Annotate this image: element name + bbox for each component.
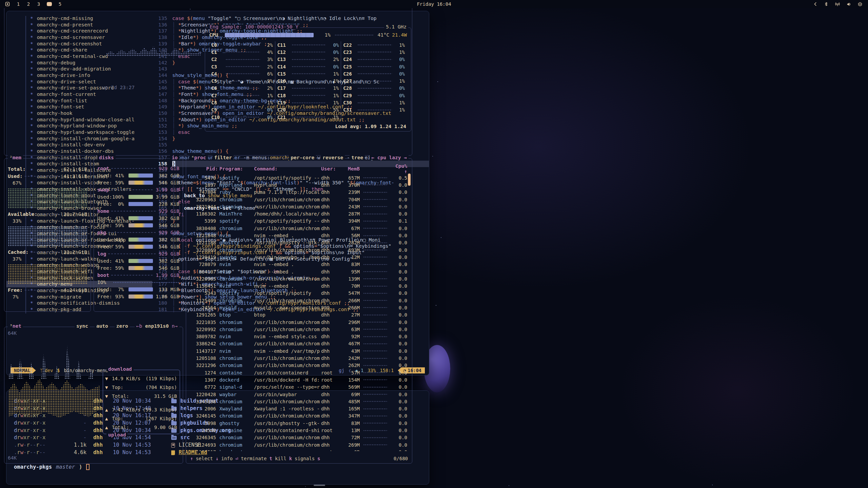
bluetooth-icon[interactable] [824, 2, 829, 6]
process-mem-graph [363, 278, 388, 280]
process-row[interactable]: 3220992chromium/usr/lib/chromium/chromdh… [188, 326, 407, 333]
process-row[interactable]: 3246145chromium/usr/lib/chromium/chromdh… [188, 412, 407, 420]
net-interface-switcher[interactable]: ←b enp191s0 n→ [135, 324, 179, 328]
process-cpu: 0.0 [391, 449, 407, 451]
process-row[interactable]: 6772signal-d/proc/self/exe --type=rdhh56… [188, 384, 407, 391]
process-memory: 569M [339, 384, 360, 390]
disk-stat-row: Used:100%3.99 GiB [97, 193, 179, 200]
process-row[interactable]: 5470spotify/opt/spotify/spotify --dhh657… [188, 174, 407, 181]
io-toggle[interactable]: io [170, 155, 179, 160]
process-row[interactable]: 5343spotify/opt/spotify/spotifydhh547M0.… [188, 290, 407, 297]
footer-key[interactable]: ↓ [216, 456, 218, 461]
core-percent: 1% [394, 42, 405, 48]
proc-reverse-toggle[interactable]: reverse [321, 155, 345, 160]
process-row[interactable]: 3220965chromium/usr/lib/chromium/chromdh… [188, 275, 407, 282]
process-row[interactable]: 1156451nvimnvim --embed .dhh70M0.0 [188, 282, 407, 289]
process-user: dhh [321, 189, 339, 195]
footer-key[interactable]: ↑ [190, 456, 193, 461]
process-row[interactable]: 2006XwaylandXwayland :1 -rootless -dhh16… [188, 405, 407, 412]
process-memory: 57M [339, 370, 360, 375]
core-name: C14 [277, 64, 290, 69]
disk-usage-bar [129, 294, 153, 299]
process-user: dhh [321, 435, 339, 440]
tab-net[interactable]: ³net [8, 324, 23, 328]
net-auto-toggle[interactable]: auto [95, 324, 110, 328]
footer-action[interactable]: terminate [241, 456, 267, 461]
footer-key[interactable]: t [269, 456, 272, 461]
clock[interactable]: Friday 16:04 [0, 1, 868, 7]
process-row[interactable]: 1124693chromium/usr/lib/chromium/chromdh… [188, 441, 407, 448]
tab-proc[interactable]: ⁴proc [190, 155, 208, 160]
mem-stat-row: Total:62.1 GiB [8, 165, 87, 172]
footer-key[interactable]: ⏎ [235, 456, 238, 461]
footer-key[interactable]: s [317, 456, 320, 461]
process-row[interactable]: 3220869chromium/usr/lib/chromium/chromdh… [188, 246, 407, 253]
process-row[interactable]: 3220963chromium/usr/lib/chromium/chromdh… [188, 196, 407, 203]
disk-stat-row: Free: 0%228 KiB [97, 200, 179, 207]
process-row[interactable]: 3221035chromium/usr/lib/chromium/chromdh… [188, 319, 407, 326]
process-row[interactable]: 1220428waybar/usr/bin/waybardhh69M0.0 [188, 391, 407, 398]
process-row[interactable]: 5399spotify/opt/spotify/spotify --dhh394… [188, 218, 407, 225]
footer-action[interactable]: select [196, 456, 213, 461]
process-row[interactable]: 1897HyprlandHyprlanddhh370M0.0 [188, 181, 407, 188]
footer-action[interactable]: kill [275, 456, 287, 461]
process-mem-graph [363, 321, 388, 323]
process-row[interactable]: 864107nvimnvim --embed .dhh95M0.0 [188, 268, 407, 275]
process-row[interactable]: 1307dockerd/usr/bin/dockerd -H fd:root15… [188, 376, 407, 383]
process-pid: 24564 [190, 305, 218, 310]
process-row[interactable]: 24540containe/usr/bin/containerd-shiroot… [188, 427, 407, 434]
process-row[interactable]: 1175517kworker/root0B0.0 [188, 448, 407, 451]
process-row[interactable]: 1221188ghostty/usr/bin/ghostty --gtk-dhh… [188, 239, 407, 246]
disk-usage-bar [129, 202, 153, 206]
process-row[interactable]: 3245898chromium/usr/lib/chromium/chromdh… [188, 398, 407, 405]
process-cpu: 0.0 [391, 334, 407, 339]
process-row[interactable]: 1205108chromium/usr/lib/chromium/chromdh… [188, 354, 407, 362]
footer-key[interactable]: k [289, 456, 292, 461]
core-graph [357, 66, 392, 67]
footer-action[interactable]: info [221, 456, 233, 461]
net-zero-toggle[interactable]: zero [115, 324, 130, 328]
core-name: C23 [343, 49, 355, 55]
process-row[interactable]: 3809782nvimnvim --embed style.cssdhh92M0… [188, 333, 407, 340]
process-mem-graph [363, 242, 388, 244]
tab-mem[interactable]: ²mem [8, 155, 23, 160]
core-graph [225, 51, 260, 53]
proc-percore-toggle[interactable]: per-core [289, 155, 316, 160]
process-pid: 3221044 [190, 204, 218, 209]
process-scrollbar-thumb[interactable] [408, 174, 411, 186]
process-row[interactable]: 1274containe/usr/bin/containerdroot57M0.… [188, 369, 407, 376]
net-sync-toggle[interactable]: sync [75, 324, 90, 328]
process-row[interactable]: 24564mysqldmysqld --max-connection999266… [188, 304, 407, 311]
disk-io-graph [113, 282, 179, 283]
process-row[interactable]: 728079nvimnvim --embed .dhh83M0.0 [188, 261, 407, 268]
process-row[interactable]: 1143717nvimnvim --embed /var/tmp/pdhh43M… [188, 347, 407, 354]
volume-icon[interactable] [846, 2, 851, 7]
proc-tree-toggle[interactable]: tree [350, 155, 365, 160]
process-row[interactable]: 1125409chromium/usr/lib/chromium/chromdh… [188, 297, 407, 304]
chevron-left-icon[interactable] [813, 2, 818, 6]
network-icon[interactable] [835, 1, 840, 7]
process-user: dhh [321, 406, 339, 411]
process-user: dhh [321, 247, 339, 253]
process-row[interactable]: 3246345chromium/usr/lib/chromium/chromdh… [188, 434, 407, 441]
footer-action[interactable]: signals [295, 456, 315, 461]
chip-icon[interactable] [857, 2, 863, 7]
process-row[interactable]: 1220419swaybg/usr/bin/swaybg -i /homdhh1… [188, 253, 407, 261]
process-panel: ⁴proc filter per-core reverse tree ← cpu… [186, 158, 412, 464]
proc-sort-selector[interactable]: ← cpu lazy → [370, 155, 409, 160]
process-cpu: 0.0 [391, 406, 407, 411]
process-row[interactable]: 3221296chromium/usr/lib/chromium/chromdh… [188, 362, 407, 369]
process-row[interactable]: 3386242chromium/usr/lib/chromium/chromdh… [188, 340, 407, 347]
process-row[interactable]: 1221848nvimnvim --embed .dhh56M0.0 [188, 232, 407, 239]
process-row[interactable]: 3830408chromium/usr/lib/chromium/chromdh… [188, 225, 407, 232]
process-row[interactable]: 3221044chromium/usr/lib/chromium/chromdh… [188, 203, 407, 210]
process-row[interactable]: 1291265btopbtopdhh27M0.0 [188, 311, 407, 319]
shell-prompt[interactable]: omarchy-pkgs master ) [14, 464, 429, 470]
proc-filter-button[interactable]: filter [213, 155, 234, 160]
process-row[interactable]: 5998ghostty/usr/bin/ghostty --gtk-dhh83M… [188, 420, 407, 427]
process-table[interactable]: 5470spotify/opt/spotify/spotify --dhh657… [188, 174, 407, 451]
process-row[interactable]: 747804rubypuma 7.1.0 (tcp://localdhh239M… [188, 189, 407, 196]
process-memory: 239M [339, 189, 360, 195]
core-graph [357, 73, 392, 75]
process-row[interactable]: 1186302MainThre/home/dhh/.local/share/dh… [188, 210, 407, 217]
